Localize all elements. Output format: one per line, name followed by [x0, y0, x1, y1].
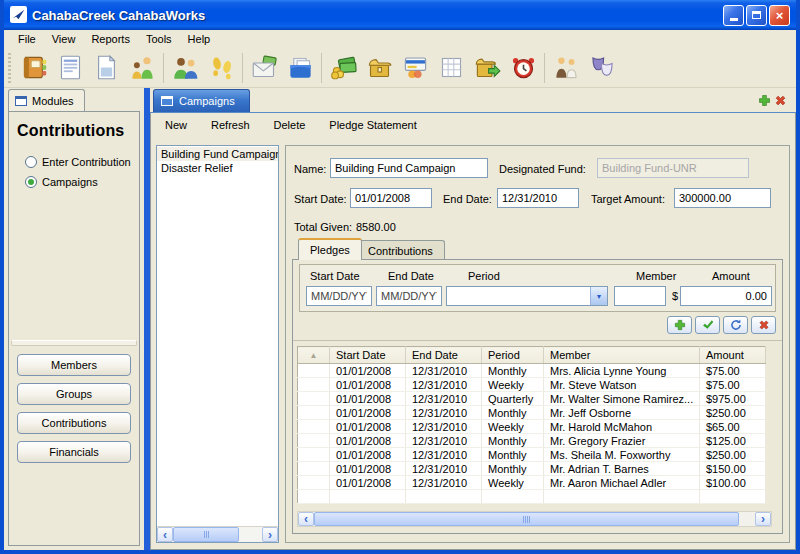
- start-date-input[interactable]: [350, 188, 432, 208]
- add-pledge-button[interactable]: [667, 316, 692, 334]
- window-glyph-icon: [15, 96, 27, 106]
- table-hscrollbar: ‹ ›: [297, 511, 772, 527]
- list-item-campaign[interactable]: Disaster Relief: [157, 161, 278, 175]
- refresh-pledge-button[interactable]: [723, 316, 748, 334]
- scroll-left-button[interactable]: ‹: [157, 527, 173, 542]
- table-row[interactable]: 01/01/200812/31/2010WeeklyMr. Harold McM…: [298, 420, 766, 434]
- new-document-icon[interactable]: [88, 51, 124, 85]
- table-row[interactable]: 01/01/200812/31/2010MonthlyMr. Adrian T.…: [298, 462, 766, 476]
- tab-modules[interactable]: Modules: [8, 89, 85, 111]
- col-end-date[interactable]: End Date: [406, 347, 482, 364]
- entry-start-date-input[interactable]: [306, 286, 372, 306]
- panel-splitter[interactable]: [11, 340, 137, 346]
- scroll-left-button[interactable]: ‹: [298, 512, 314, 526]
- drama-masks-icon[interactable]: [584, 51, 620, 85]
- treasure-chest-icon[interactable]: [361, 51, 397, 85]
- total-given-value: 8580.00: [356, 221, 396, 233]
- scroll-thumb[interactable]: [314, 512, 739, 526]
- couple-icon[interactable]: [548, 51, 584, 85]
- col-amount[interactable]: Amount: [700, 347, 766, 364]
- pledges-tab-content: Start Date End Date Period Member Amount…: [292, 259, 783, 534]
- menu-view[interactable]: View: [44, 31, 84, 47]
- scroll-track[interactable]: [239, 527, 262, 542]
- family-icon[interactable]: [124, 51, 160, 85]
- save-pledge-button[interactable]: [695, 316, 720, 334]
- nav-contributions-button[interactable]: Contributions: [17, 412, 131, 434]
- maximize-button[interactable]: [746, 5, 767, 26]
- radio-label: Enter Contribution: [42, 156, 131, 168]
- check-icon: [701, 318, 715, 332]
- table-row[interactable]: 01/01/200812/31/2010QuarterlyMr. Walter …: [298, 392, 766, 406]
- window-title: CahabaCreek CahabaWorks: [32, 8, 723, 23]
- sort-asc-icon[interactable]: ▲: [298, 347, 330, 364]
- table-row[interactable]: 01/01/200812/31/2010MonthlyMs. Sheila M.…: [298, 448, 766, 462]
- radio-enter-contribution[interactable]: Enter Contribution: [9, 152, 139, 172]
- payment-card-icon[interactable]: [397, 51, 433, 85]
- campaigns-tab-label: Campaigns: [179, 95, 235, 107]
- footprints-icon[interactable]: [203, 51, 239, 85]
- pledge-entry-box: Start Date End Date Period Member Amount…: [299, 264, 776, 312]
- table-row[interactable]: 01/01/200812/31/2010WeeklyMr. Steve Wats…: [298, 378, 766, 392]
- reminder-clock-icon[interactable]: [505, 51, 541, 85]
- close-button[interactable]: ×: [769, 5, 790, 26]
- menu-help[interactable]: Help: [180, 31, 219, 47]
- tab-contributions[interactable]: Contributions: [356, 240, 445, 260]
- offering-envelope-icon[interactable]: [246, 51, 282, 85]
- nav-financials-button[interactable]: Financials: [17, 441, 131, 463]
- app-logo-icon: [10, 6, 27, 25]
- tab-pledges[interactable]: Pledges: [298, 238, 362, 260]
- tab-campaigns[interactable]: Campaigns: [153, 89, 250, 112]
- divider: [293, 340, 782, 341]
- table-row[interactable]: 01/01/200812/31/2010WeeklyMr. Aaron Mich…: [298, 476, 766, 490]
- col-member[interactable]: Member: [544, 347, 700, 364]
- nav-groups-button[interactable]: Groups: [17, 383, 131, 405]
- delete-pledge-button[interactable]: [751, 316, 776, 334]
- col-period[interactable]: Period: [482, 347, 544, 364]
- scroll-right-button[interactable]: ›: [755, 512, 771, 526]
- money-icon[interactable]: [325, 51, 361, 85]
- target-amount-input[interactable]: [674, 188, 771, 208]
- entry-period-select[interactable]: ▼: [446, 286, 608, 306]
- table-row[interactable]: 01/01/200812/31/2010MonthlyMr. Jeff Osbo…: [298, 406, 766, 420]
- scroll-right-button[interactable]: ›: [262, 527, 278, 542]
- designated-fund-label: Designated Fund:: [499, 163, 586, 175]
- dropdown-chevron-icon[interactable]: ▼: [590, 287, 607, 305]
- target-amount-label: Target Amount:: [591, 193, 665, 205]
- entry-period-label: Period: [468, 270, 500, 282]
- address-book-icon[interactable]: [16, 51, 52, 85]
- content-area: Modules Contributions Enter Contribution…: [4, 88, 796, 550]
- close-tab-icon[interactable]: [772, 92, 788, 108]
- action-delete[interactable]: Delete: [274, 119, 306, 131]
- action-refresh[interactable]: Refresh: [211, 119, 250, 131]
- list-item-campaign[interactable]: Building Fund Campaign: [157, 147, 278, 161]
- minimize-button[interactable]: [723, 5, 744, 26]
- radio-campaigns[interactable]: Campaigns: [9, 172, 139, 192]
- table-row[interactable]: 01/01/200812/31/2010MonthlyMrs. Alicia L…: [298, 364, 766, 378]
- card-file-icon[interactable]: [282, 51, 318, 85]
- table-row[interactable]: 01/01/200812/31/2010MonthlyMr. Gregory F…: [298, 434, 766, 448]
- end-date-input[interactable]: [497, 188, 579, 208]
- radio-checked-icon: [25, 176, 37, 188]
- menu-file[interactable]: File: [10, 31, 44, 47]
- title-bar: CahabaCreek CahabaWorks ×: [4, 0, 796, 30]
- members-icon[interactable]: [167, 51, 203, 85]
- entry-member-input[interactable]: [614, 286, 666, 306]
- name-input[interactable]: [330, 158, 488, 178]
- report-document-icon[interactable]: [52, 51, 88, 85]
- radio-label: Campaigns: [42, 176, 98, 188]
- action-pledge-statement[interactable]: Pledge Statement: [329, 119, 416, 131]
- export-box-icon[interactable]: [469, 51, 505, 85]
- scroll-thumb[interactable]: [173, 527, 239, 542]
- menu-tools[interactable]: Tools: [138, 31, 180, 47]
- col-start-date[interactable]: Start Date: [330, 347, 406, 364]
- entry-end-date-input[interactable]: [376, 286, 442, 306]
- entry-amount-input[interactable]: [680, 286, 772, 306]
- action-new[interactable]: New: [165, 119, 187, 131]
- add-tab-icon[interactable]: [756, 92, 772, 108]
- menu-reports[interactable]: Reports: [83, 31, 138, 47]
- nav-members-button[interactable]: Members: [17, 354, 131, 376]
- main-toolbar: [4, 48, 796, 88]
- toolbar-grip[interactable]: [8, 53, 11, 83]
- grid-schedule-icon[interactable]: [433, 51, 469, 85]
- start-date-label: Start Date:: [294, 193, 347, 205]
